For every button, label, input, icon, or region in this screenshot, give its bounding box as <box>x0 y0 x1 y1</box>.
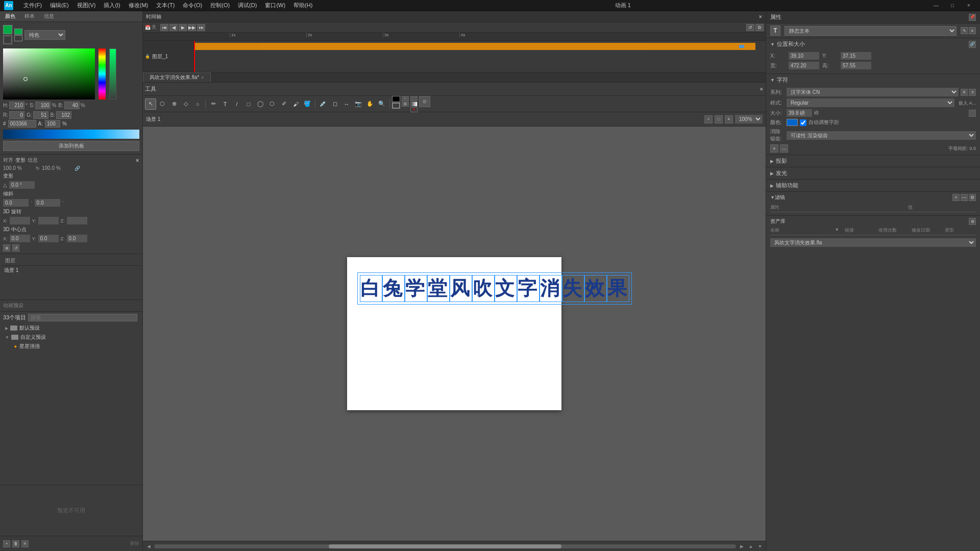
library-item-star[interactable]: ✦ 星星强强 <box>3 342 139 351</box>
alpha-input[interactable] <box>45 120 60 128</box>
text-color-swatch[interactable] <box>787 119 798 126</box>
height-input[interactable] <box>841 62 871 69</box>
cy-input[interactable] <box>38 235 59 242</box>
auto-adjust-checkbox[interactable] <box>800 119 806 126</box>
none-color-btn[interactable]: ✕ <box>410 107 418 112</box>
color-picker[interactable] <box>3 48 136 99</box>
pen-tool-btn[interactable]: ✏ <box>208 98 219 110</box>
font-family-select[interactable]: 汉字宋体 CN <box>787 88 959 96</box>
menu-window[interactable]: 窗口(W) <box>261 1 289 10</box>
menu-view[interactable]: 视图(V) <box>73 1 100 10</box>
font-style-select[interactable]: Regular <box>787 98 954 107</box>
play-last-btn[interactable]: ⏭ <box>197 24 205 31</box>
shadow-header[interactable]: ▶ 投影 <box>766 155 980 167</box>
menu-file[interactable]: 文件(F) <box>19 1 46 10</box>
add-item-btn[interactable]: + <box>3 540 10 547</box>
fill-type-select[interactable]: 纯色 <box>24 30 65 40</box>
y-input[interactable] <box>841 52 871 60</box>
scroll-right-btn[interactable]: ▶ <box>738 543 745 550</box>
text-type-select[interactable]: 静态文本 <box>785 26 957 36</box>
settings-btn[interactable]: ⚙ <box>755 24 764 31</box>
maximize-button[interactable]: □ <box>945 1 960 10</box>
zoom-btn[interactable]: 🔍 <box>376 98 387 110</box>
menu-insert[interactable]: 插入(I) <box>100 1 124 10</box>
text-tool-btn[interactable]: T <box>219 98 231 110</box>
transform-tool-btn[interactable]: ⊕ <box>168 98 180 110</box>
line-tool-btn[interactable]: / <box>231 98 242 110</box>
menu-modify[interactable]: 修改(M) <box>125 1 153 10</box>
text-element[interactable]: 白兔学堂风吹文字消失效果 <box>357 272 632 305</box>
menu-control[interactable]: 控制(O) <box>206 1 234 10</box>
default-colors-btn[interactable]: ⊞ <box>402 102 409 107</box>
menu-edit[interactable]: 编辑(E) <box>46 1 73 10</box>
3d-x-input[interactable] <box>10 217 30 224</box>
layer-item[interactable]: 场景 1 <box>2 266 140 275</box>
play-prev-btn[interactable]: ◀ <box>169 24 178 31</box>
cz-input[interactable] <box>67 235 87 242</box>
file-tab-active[interactable]: 风吹文字消失效果.fla* × <box>143 72 211 82</box>
font-size-input[interactable] <box>787 109 812 117</box>
tab-swatches[interactable]: 样本 <box>21 12 38 20</box>
font-bold-btn[interactable]: B <box>961 89 968 96</box>
gradient-color-btn[interactable] <box>410 102 418 107</box>
library-search-input[interactable] <box>28 314 137 321</box>
fill-color-swatch[interactable] <box>3 25 12 34</box>
play-btn[interactable]: ▶ <box>179 24 187 31</box>
stroke-color-swatch[interactable] <box>3 35 12 44</box>
fill-tool-color[interactable] <box>392 96 400 102</box>
edit-text-btn[interactable]: ✎ <box>961 27 968 34</box>
properties-item-btn[interactable]: ≡ <box>21 540 29 547</box>
paint-tool-btn[interactable]: 🪣 <box>302 98 313 110</box>
tools-close[interactable]: ✕ <box>760 87 764 92</box>
close-button[interactable]: × <box>962 1 976 10</box>
hue-slider[interactable] <box>99 48 106 99</box>
rotate-input[interactable] <box>9 181 35 189</box>
props-pin-btn[interactable]: 📌 <box>969 14 976 21</box>
subselect-tool-btn[interactable]: ⬡ <box>157 98 168 110</box>
letter-spacing-btn[interactable] <box>969 110 976 117</box>
glow-header[interactable]: ▶ 发光 <box>766 167 980 179</box>
skew-y-input[interactable] <box>35 199 60 207</box>
solid-color-btn[interactable] <box>410 96 418 101</box>
library-folder-default[interactable]: ▶ 默认预设 <box>3 323 139 333</box>
transform-close[interactable]: ✕ <box>135 158 139 163</box>
pos-link-icon[interactable]: 🔗 <box>969 41 976 48</box>
pencil-tool-btn[interactable]: ✐ <box>278 98 289 110</box>
library-folder-custom[interactable]: ▼ 自定义预设 <box>3 333 139 342</box>
menu-debug[interactable]: 调试(D) <box>234 1 261 10</box>
play-first-btn[interactable]: ⏮ <box>160 24 168 31</box>
menu-command[interactable]: 命令(O) <box>179 1 206 10</box>
h-scrollbar-thumb[interactable] <box>329 544 561 548</box>
snap-btn[interactable]: ⊙ <box>419 96 430 107</box>
format-text-btn[interactable]: ≡ <box>969 27 976 34</box>
scroll-down-btn[interactable]: ▼ <box>756 543 764 550</box>
aa-select[interactable]: 可读性 渲染锯齿 <box>787 131 976 140</box>
stage-ctrl-btn3[interactable]: ≡ <box>725 115 733 123</box>
asset-file-select[interactable]: 风吹文字消失效果.fla <box>770 238 976 247</box>
track-bar-area[interactable] <box>194 41 766 72</box>
rect-tool-btn[interactable]: □ <box>243 98 254 110</box>
blue-input[interactable] <box>56 111 71 119</box>
cx-input[interactable] <box>10 235 30 242</box>
position-section-header[interactable]: ▼ 位置和大小 🔗 <box>766 38 980 50</box>
play-next-btn[interactable]: ▶▶ <box>188 24 196 31</box>
timeline-ruler[interactable]: 1s 2s 3s 4s <box>143 33 766 41</box>
menu-text[interactable]: 文本(T) <box>152 1 179 10</box>
width-tool-btn[interactable]: ↔ <box>341 98 352 110</box>
lasso-tool-btn[interactable]: ○ <box>192 98 203 110</box>
eraser-btn[interactable]: ◻ <box>329 98 340 110</box>
alpha-slider[interactable] <box>109 48 116 99</box>
add-filter-btn[interactable]: + <box>952 194 960 201</box>
stage-ctrl-btn1[interactable]: + <box>704 115 713 123</box>
brush-tool-btn[interactable]: 🖌 <box>290 98 301 110</box>
select-tool-btn[interactable]: ↖ <box>145 98 156 110</box>
char-section-header[interactable]: ▼ 字符 <box>766 74 980 86</box>
playhead[interactable] <box>194 41 195 72</box>
brightness-input[interactable] <box>64 102 80 109</box>
hand-btn[interactable]: ✋ <box>364 98 376 110</box>
zoom-select[interactable]: 100% <box>735 115 763 123</box>
gradient-tool-btn[interactable]: ◇ <box>180 98 191 110</box>
skew-x-input[interactable] <box>3 199 29 207</box>
reset-transform-btn[interactable]: ↺ <box>12 244 19 252</box>
delete-item-btn[interactable]: 🗑 <box>12 540 19 547</box>
